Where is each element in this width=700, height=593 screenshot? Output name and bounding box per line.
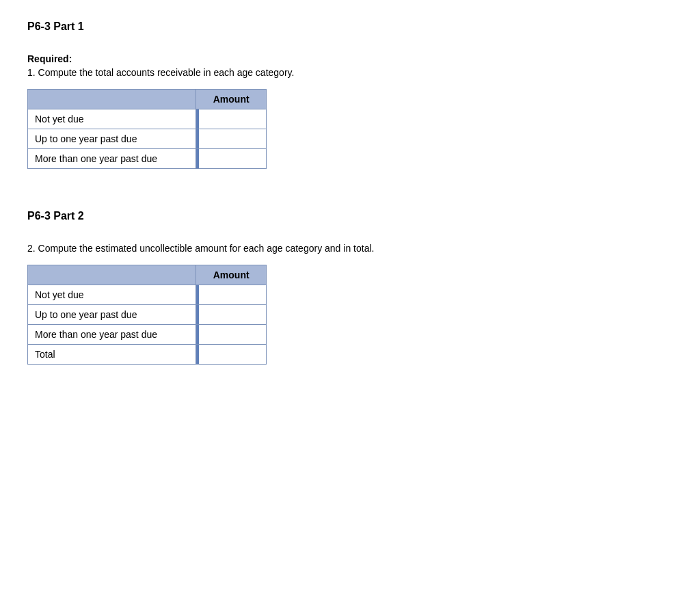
- part1-header-label: [28, 90, 196, 109]
- part1-table-body: Not yet due Up to one year past due More…: [28, 109, 267, 169]
- table-row: More than one year past due: [28, 149, 267, 169]
- part1-row3-label: More than one year past due: [28, 149, 196, 169]
- part2-row1-amount[interactable]: [196, 285, 267, 305]
- part2-header-amount: Amount: [196, 265, 267, 285]
- part1-row1-label: Not yet due: [28, 109, 196, 129]
- required-label: Required:: [27, 53, 673, 64]
- part1-table-header-row: Amount: [28, 90, 267, 109]
- part2-table-header-row: Amount: [28, 265, 267, 285]
- part1-header-amount: Amount: [196, 90, 267, 109]
- part1-table: Amount Not yet due Up to one year past d…: [27, 89, 267, 169]
- table-row: More than one year past due: [28, 325, 267, 345]
- table-row: Not yet due: [28, 109, 267, 129]
- part2-row3-label: More than one year past due: [28, 325, 196, 345]
- table-row: Total: [28, 345, 267, 365]
- part2-section: P6-3 Part 2 2. Compute the estimated unc…: [27, 210, 673, 365]
- part2-instruction-text: 2. Compute the estimated uncollectible a…: [27, 243, 673, 254]
- part1-required: Required: 1. Compute the total accounts …: [27, 53, 673, 78]
- table-row: Up to one year past due: [28, 305, 267, 325]
- part2-instruction: 2. Compute the estimated uncollectible a…: [27, 243, 673, 254]
- part2-row4-amount[interactable]: [196, 345, 267, 365]
- part1-table-container: Amount Not yet due Up to one year past d…: [27, 89, 673, 169]
- part1-section: P6-3 Part 1 Required: 1. Compute the tot…: [27, 21, 673, 169]
- part2-title: P6-3 Part 2: [27, 210, 673, 222]
- part2-table-container: Amount Not yet due Up to one year past d…: [27, 265, 673, 365]
- part1-row2-amount[interactable]: [196, 129, 267, 149]
- part1-row1-amount[interactable]: [196, 109, 267, 129]
- part1-row3-amount[interactable]: [196, 149, 267, 169]
- part2-table: Amount Not yet due Up to one year past d…: [27, 265, 267, 365]
- part1-title: P6-3 Part 1: [27, 21, 673, 33]
- part1-row2-label: Up to one year past due: [28, 129, 196, 149]
- part2-row2-label: Up to one year past due: [28, 305, 196, 325]
- table-row: Up to one year past due: [28, 129, 267, 149]
- part2-row3-amount[interactable]: [196, 325, 267, 345]
- part2-row4-label: Total: [28, 345, 196, 365]
- part2-row1-label: Not yet due: [28, 285, 196, 305]
- part2-table-body: Not yet due Up to one year past due More…: [28, 285, 267, 365]
- table-row: Not yet due: [28, 285, 267, 305]
- part1-instruction-text: 1. Compute the total accounts receivable…: [27, 67, 673, 78]
- part2-header-label: [28, 265, 196, 285]
- part2-row2-amount[interactable]: [196, 305, 267, 325]
